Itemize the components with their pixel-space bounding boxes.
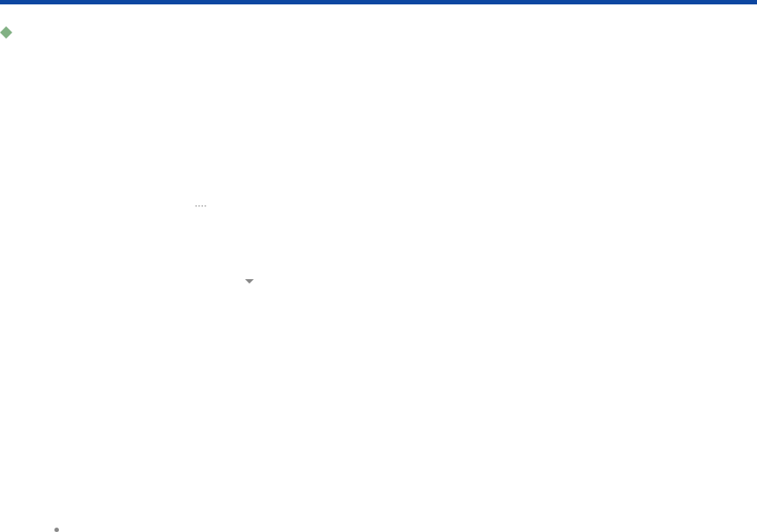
header-bar bbox=[0, 0, 757, 4]
bullet-icon bbox=[54, 528, 59, 532]
logo-icon bbox=[0, 26, 12, 39]
chevron-down-icon[interactable] bbox=[245, 279, 254, 284]
ellipsis-icon: ···· bbox=[195, 203, 207, 211]
